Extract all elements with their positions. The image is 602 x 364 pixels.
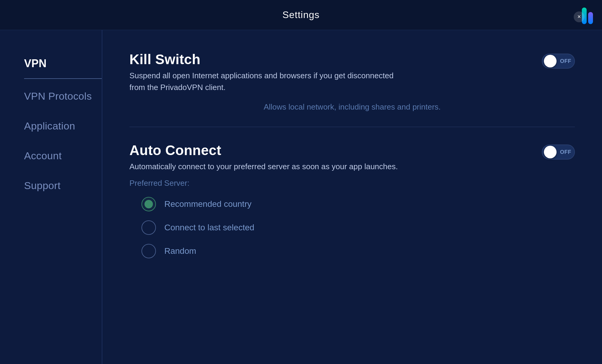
main-content: VPN VPN Protocols Application Account Su… <box>0 30 602 364</box>
close-button[interactable]: × <box>574 11 585 22</box>
sidebar-item-vpn-protocols[interactable]: VPN Protocols <box>24 81 102 111</box>
radio-last-selected[interactable]: Connect to last selected <box>141 220 575 235</box>
kill-switch-title-block: Kill Switch Suspend all open Internet ap… <box>129 51 542 93</box>
auto-connect-toggle-container: OFF <box>542 145 575 161</box>
radio-group: Recommended country Connect to last sele… <box>129 197 575 258</box>
radio-circle-recommended <box>141 197 156 211</box>
auto-connect-section: Auto Connect Automatically connect to yo… <box>129 142 575 258</box>
kill-switch-header: Kill Switch Suspend all open Internet ap… <box>129 51 575 93</box>
kill-switch-toggle[interactable]: OFF <box>542 54 575 69</box>
sidebar-item-application[interactable]: Application <box>24 111 102 141</box>
radio-circle-last-selected <box>141 220 156 235</box>
kill-switch-hint: Allows local network, including shares a… <box>129 102 575 112</box>
sidebar-item-vpn[interactable]: VPN <box>24 48 102 79</box>
auto-connect-toggle[interactable]: OFF <box>542 145 575 160</box>
sidebar-item-account[interactable]: Account <box>24 141 102 171</box>
sidebar: VPN VPN Protocols Application Account Su… <box>0 30 102 364</box>
content-area: Kill Switch Suspend all open Internet ap… <box>102 30 602 364</box>
auto-connect-header: Auto Connect Automatically connect to yo… <box>129 142 575 173</box>
auto-connect-description: Automatically connect to your preferred … <box>129 161 400 173</box>
preferred-server-label: Preferred Server: <box>129 179 575 188</box>
logo-bar-purple <box>588 12 593 24</box>
sidebar-item-support[interactable]: Support <box>24 171 102 201</box>
radio-label-random: Random <box>164 246 196 256</box>
header: Settings × <box>0 0 602 30</box>
kill-switch-section: Kill Switch Suspend all open Internet ap… <box>129 51 575 112</box>
app-logo: × <box>582 6 593 24</box>
radio-random[interactable]: Random <box>141 244 575 258</box>
kill-switch-toggle-container: OFF <box>542 54 575 70</box>
auto-connect-toggle-label: OFF <box>560 149 572 155</box>
kill-switch-toggle-knob <box>544 55 557 67</box>
radio-label-recommended: Recommended country <box>164 199 251 209</box>
auto-connect-title: Auto Connect <box>129 142 542 158</box>
kill-switch-toggle-label: OFF <box>560 58 572 64</box>
app-container: Settings × VPN VPN Protocols Application… <box>0 0 602 364</box>
radio-recommended[interactable]: Recommended country <box>141 197 575 211</box>
auto-connect-title-block: Auto Connect Automatically connect to yo… <box>129 142 542 173</box>
kill-switch-description: Suspend all open Internet applications a… <box>129 70 400 93</box>
section-divider <box>129 127 575 127</box>
radio-label-last-selected: Connect to last selected <box>164 223 254 232</box>
radio-circle-random <box>141 244 156 258</box>
auto-connect-toggle-knob <box>544 146 557 158</box>
kill-switch-title: Kill Switch <box>129 51 542 67</box>
page-title: Settings <box>282 9 320 20</box>
